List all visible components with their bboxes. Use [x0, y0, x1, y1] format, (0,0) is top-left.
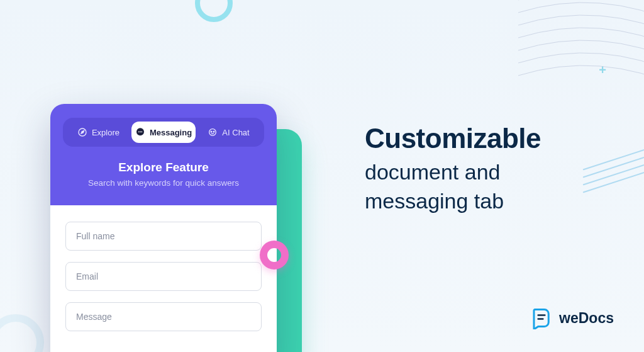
widget-header: Explore Messaging AI Chat Explore Featur…	[50, 104, 277, 205]
brand-logo: weDocs	[530, 307, 614, 329]
tab-messaging[interactable]: Messaging	[131, 122, 196, 143]
headline-rest: document and messaging tab	[365, 158, 541, 216]
messaging-widget: Explore Messaging AI Chat Explore Featur…	[50, 104, 277, 352]
wedocs-logo-icon	[530, 307, 553, 329]
email-field[interactable]	[65, 262, 262, 291]
ai-bot-icon	[208, 127, 218, 137]
decor-pink-ring	[260, 241, 289, 270]
decor-diagonal-lines	[581, 151, 644, 188]
decor-wave-lines	[518, 0, 644, 139]
fullname-field[interactable]	[65, 222, 262, 251]
widget-title: Explore Feature	[63, 161, 264, 174]
widget-tabbar: Explore Messaging AI Chat	[63, 118, 264, 147]
marketing-headline: Customizable document and messaging tab	[365, 123, 541, 216]
svg-point-2	[138, 131, 140, 132]
message-field[interactable]	[65, 302, 262, 331]
decor-circle-top	[195, 0, 233, 22]
tab-explore[interactable]: Explore	[67, 122, 130, 143]
chat-bubble-icon	[135, 127, 145, 137]
tab-messaging-label: Messaging	[150, 128, 192, 137]
headline-strong: Customizable	[365, 123, 541, 154]
svg-point-4	[141, 131, 142, 132]
decor-plus-icon: +	[599, 63, 606, 77]
widget-subtitle: Search with keywords for quick answers	[63, 178, 264, 188]
svg-point-6	[211, 132, 213, 133]
svg-point-3	[140, 131, 141, 132]
tab-explore-label: Explore	[92, 128, 119, 137]
widget-body	[50, 205, 277, 352]
tab-aichat-label: AI Chat	[222, 128, 249, 137]
brand-name: weDocs	[559, 310, 614, 327]
tab-aichat[interactable]: AI Chat	[197, 122, 260, 143]
decor-circle-bottom	[0, 314, 44, 352]
svg-point-5	[209, 129, 216, 136]
svg-point-7	[214, 132, 215, 133]
compass-icon	[77, 127, 87, 137]
